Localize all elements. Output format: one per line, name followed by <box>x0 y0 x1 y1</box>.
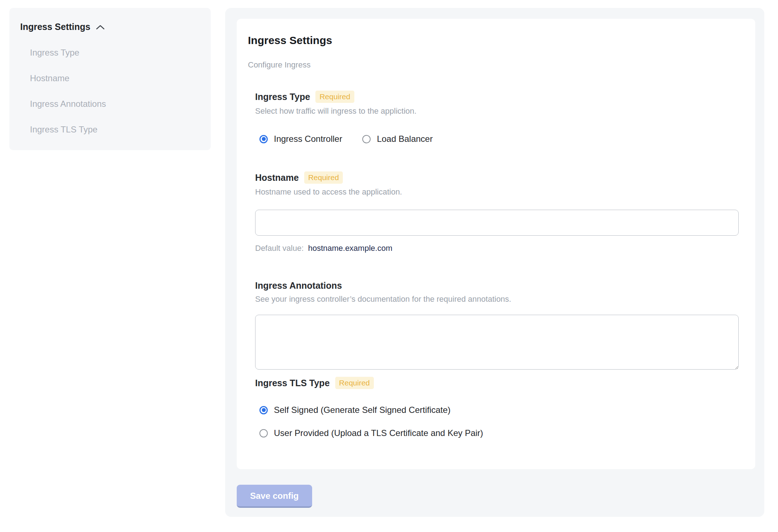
ingress-annotations-title: Ingress Annotations <box>255 280 342 291</box>
page-subtitle: Configure Ingress <box>248 60 738 70</box>
settings-sidebar: Ingress Settings Ingress Type Hostname I… <box>9 8 211 150</box>
required-badge: Required <box>315 91 354 103</box>
ingress-type-radio-group: Ingress Controller Load Balancer <box>255 134 738 144</box>
hostname-default-line: Default value: hostname.example.com <box>255 244 738 253</box>
radio-icon[interactable] <box>362 135 371 143</box>
radio-icon[interactable] <box>259 406 268 414</box>
radio-label: Ingress Controller <box>274 134 342 144</box>
hostname-title: Hostname <box>255 173 299 183</box>
radio-label: Load Balancer <box>377 134 433 144</box>
default-value-prefix: Default value: <box>255 244 304 253</box>
ingress-tls-type-title: Ingress TLS Type <box>255 378 330 388</box>
ingress-type-description: Select how traffic will ingress to the a… <box>255 106 738 116</box>
ingress-annotations-textarea[interactable] <box>255 315 739 370</box>
section-ingress-annotations: Ingress Annotations See your ingress con… <box>255 280 738 370</box>
save-config-button[interactable]: Save config <box>237 485 312 508</box>
page-title: Ingress Settings <box>248 34 738 47</box>
radio-icon[interactable] <box>259 135 268 143</box>
sidebar-item-ingress-tls-type[interactable]: Ingress TLS Type <box>30 125 200 135</box>
sidebar-item-list: Ingress Type Hostname Ingress Annotation… <box>20 48 200 135</box>
radio-option-user-provided[interactable]: User Provided (Upload a TLS Certificate … <box>259 428 738 438</box>
radio-option-self-signed[interactable]: Self Signed (Generate Self Signed Certif… <box>259 405 738 415</box>
section-ingress-type: Ingress Type Required Select how traffic… <box>255 91 738 144</box>
ingress-type-title: Ingress Type <box>255 92 310 102</box>
radio-icon[interactable] <box>259 429 268 437</box>
sidebar-header-label: Ingress Settings <box>20 22 91 32</box>
radio-option-ingress-controller[interactable]: Ingress Controller <box>259 134 342 144</box>
radio-label: Self Signed (Generate Self Signed Certif… <box>274 405 451 415</box>
sidebar-item-ingress-annotations[interactable]: Ingress Annotations <box>30 99 200 109</box>
radio-label: User Provided (Upload a TLS Certificate … <box>274 428 483 438</box>
chevron-up-icon[interactable] <box>96 24 105 30</box>
hostname-input[interactable] <box>255 210 739 236</box>
ingress-settings-panel: Ingress Settings Configure Ingress Ingre… <box>225 8 764 517</box>
radio-option-load-balancer[interactable]: Load Balancer <box>362 134 433 144</box>
ingress-settings-card: Ingress Settings Configure Ingress Ingre… <box>237 19 755 469</box>
sidebar-section-ingress-settings[interactable]: Ingress Settings <box>20 22 200 32</box>
ingress-annotations-description: See your ingress controller’s documentat… <box>255 295 738 304</box>
required-badge: Required <box>304 171 343 184</box>
default-value-text: hostname.example.com <box>308 244 393 253</box>
sidebar-item-ingress-type[interactable]: Ingress Type <box>30 48 200 58</box>
sidebar-item-hostname[interactable]: Hostname <box>30 73 200 83</box>
ingress-tls-radio-group: Self Signed (Generate Self Signed Certif… <box>255 405 738 438</box>
section-hostname: Hostname Required Hostname used to acces… <box>255 171 738 253</box>
section-ingress-tls-type: Ingress TLS Type Required Self Signed (G… <box>255 377 738 438</box>
hostname-description: Hostname used to access the application. <box>255 187 738 197</box>
required-badge: Required <box>335 377 374 389</box>
